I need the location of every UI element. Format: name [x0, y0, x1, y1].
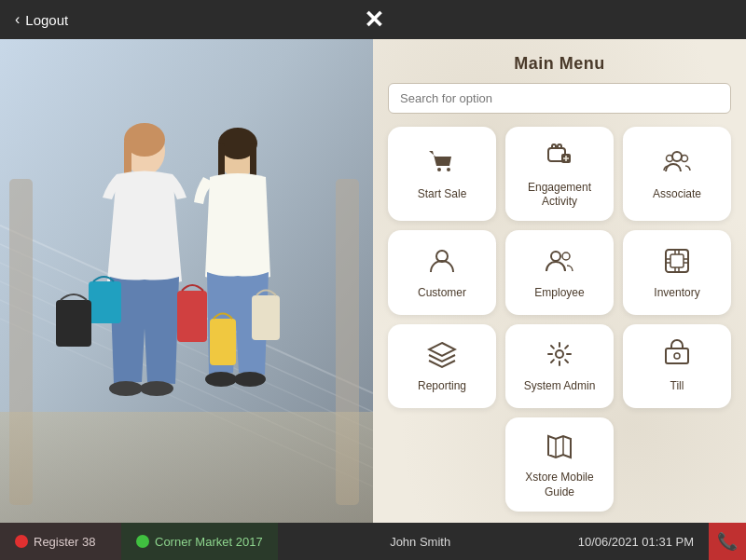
menu-title: Main Menu — [388, 54, 731, 74]
menu-label-system-admin: System Admin — [524, 379, 596, 394]
svg-point-28 — [672, 152, 682, 161]
svg-point-20 — [205, 372, 237, 387]
svg-point-32 — [551, 252, 560, 261]
menu-label-till: Till — [670, 379, 684, 394]
menu-label-start-sale: Start Sale — [418, 187, 467, 202]
menu-label-associate: Associate — [653, 187, 701, 202]
menu-label-xstore-mobile-guide: Xstore Mobile Guide — [513, 471, 606, 499]
cart-icon — [427, 147, 457, 182]
user-label: John Smith — [390, 535, 450, 549]
logout-button[interactable]: ‹ Logout — [15, 11, 68, 28]
menu-label-inventory: Inventory — [654, 286, 699, 301]
svg-point-33 — [562, 253, 570, 260]
app-logo: ✕ — [364, 6, 383, 34]
svg-rect-23 — [252, 295, 280, 340]
svg-point-13 — [140, 381, 173, 396]
menu-item-customer[interactable]: Customer — [388, 230, 496, 314]
search-input[interactable] — [388, 83, 731, 114]
logout-label: Logout — [25, 12, 68, 28]
register-status-dot — [15, 535, 28, 548]
employee-icon — [545, 246, 574, 280]
datetime-label: 10/06/2021 01:31 PM — [578, 535, 694, 549]
svg-point-38 — [674, 353, 680, 359]
svg-rect-15 — [56, 300, 91, 347]
menu-grid: Start Sale Engagement Activity — [388, 127, 731, 512]
svg-rect-25 — [0, 412, 373, 523]
svg-point-36 — [556, 350, 563, 358]
associate-icon — [662, 147, 692, 182]
user-segment: John Smith — [278, 523, 563, 560]
menu-item-system-admin[interactable]: System Admin — [505, 324, 614, 408]
shopping-scene — [0, 39, 373, 523]
menu-item-employee[interactable]: Employee — [505, 230, 614, 314]
reporting-icon — [427, 339, 457, 374]
svg-point-12 — [109, 381, 143, 396]
menu-label-reporting: Reporting — [418, 379, 466, 394]
datetime-segment: 10/06/2021 01:31 PM — [563, 523, 709, 560]
menu-item-xstore-mobile-guide[interactable]: Xstore Mobile Guide — [505, 417, 614, 512]
top-bar: ‹ Logout ✕ — [0, 0, 746, 39]
right-panel: Main Menu Start Sale — [373, 39, 746, 523]
menu-item-start-sale[interactable]: Start Sale — [388, 127, 496, 221]
store-label: Corner Market 2017 — [155, 535, 263, 549]
svg-rect-35 — [670, 254, 684, 267]
svg-point-21 — [234, 372, 266, 387]
customer-icon — [427, 246, 457, 280]
menu-label-engagement-activity: Engagement Activity — [513, 181, 606, 210]
settings-icon — [545, 339, 574, 374]
till-icon — [662, 339, 692, 374]
menu-label-employee: Employee — [534, 286, 584, 301]
map-icon — [545, 430, 574, 465]
menu-item-till[interactable]: Till — [623, 324, 731, 408]
menu-item-reporting[interactable]: Reporting — [388, 324, 496, 408]
register-segment: Register 38 — [0, 523, 121, 560]
inventory-icon — [662, 246, 692, 280]
back-chevron-icon: ‹ — [15, 11, 20, 28]
engagement-icon — [545, 141, 574, 175]
svg-rect-22 — [177, 291, 207, 342]
svg-rect-37 — [666, 348, 688, 363]
store-segment: Corner Market 2017 — [121, 523, 278, 560]
svg-rect-34 — [666, 250, 688, 272]
menu-item-inventory[interactable]: Inventory — [623, 230, 731, 314]
main-content: Main Menu Start Sale — [0, 39, 746, 523]
menu-item-engagement-activity[interactable]: Engagement Activity — [505, 127, 614, 221]
phone-segment[interactable]: 📞 — [709, 523, 746, 560]
store-status-dot — [136, 535, 149, 548]
menu-label-customer: Customer — [418, 286, 466, 301]
svg-rect-24 — [210, 319, 236, 365]
status-bar: Register 38 Corner Market 2017 John Smit… — [0, 523, 746, 560]
escalator-background — [0, 39, 373, 523]
phone-icon: 📞 — [717, 531, 738, 552]
register-label: Register 38 — [34, 535, 95, 549]
menu-item-associate[interactable]: Associate — [623, 127, 731, 221]
svg-rect-14 — [89, 281, 121, 323]
left-panel-image — [0, 39, 373, 523]
